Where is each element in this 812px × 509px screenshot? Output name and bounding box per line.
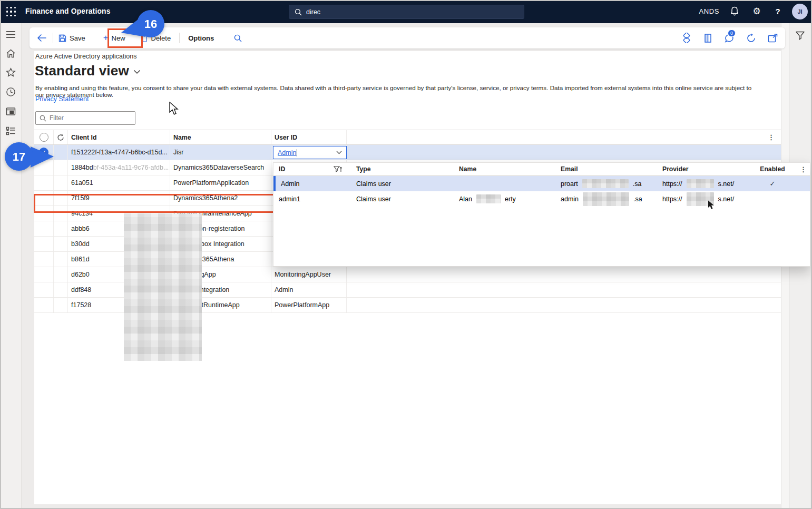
user-id-cell[interactable]: Admin	[271, 282, 347, 297]
lookup-column-provider[interactable]: Provider	[657, 165, 749, 173]
row-select-checkbox[interactable]	[34, 206, 54, 221]
save-button[interactable]: Save	[53, 27, 91, 48]
callout-step-17: 17	[3, 141, 56, 174]
row-refresh-cell	[54, 221, 68, 236]
filter-input[interactable]	[50, 114, 129, 122]
global-search-input[interactable]	[306, 8, 506, 16]
user-avatar[interactable]: JI	[792, 4, 808, 19]
row-select-checkbox[interactable]	[34, 221, 54, 236]
name-cell[interactable]: Dynamics365DataverseSearch	[170, 160, 271, 175]
favorites-star-icon[interactable]	[6, 67, 16, 77]
task-guide-icon[interactable]	[703, 33, 712, 43]
refresh-grid-icon[interactable]	[54, 130, 68, 144]
lookup-provider-cell[interactable]: https://s.net/	[657, 192, 749, 206]
client-id-cell[interactable]: 1884bdbf-453a-4a11-9c76-afdb...	[68, 160, 170, 175]
table-row-selected[interactable]: ✓ f151222f-f13a-4747-b6bc-d15d... Jisr A…	[34, 145, 781, 160]
row-refresh-cell	[54, 267, 68, 282]
lookup-column-email[interactable]: Email	[555, 165, 657, 173]
lookup-provider-cell[interactable]: https://s.net/	[657, 179, 749, 188]
lookup-email-cell[interactable]: proart.sa	[555, 179, 657, 188]
name-cell[interactable]: PowerPlatformApplication	[170, 175, 271, 190]
row-select-checkbox[interactable]	[34, 267, 54, 282]
row-refresh-cell	[54, 175, 68, 190]
lookup-column-id[interactable]: ID	[273, 165, 351, 173]
back-button[interactable]	[30, 27, 53, 48]
row-select-checkbox[interactable]	[34, 191, 54, 205]
home-icon[interactable]	[6, 48, 16, 58]
power-apps-icon[interactable]	[681, 33, 692, 43]
redacted-client-ids	[124, 213, 202, 361]
lookup-name-cell[interactable]: Alanerty	[454, 194, 555, 203]
page-content: Azure Active Directory applications Stan…	[34, 51, 781, 504]
options-button[interactable]: Options	[183, 27, 219, 48]
name-cell[interactable]: Dynamics365Athena2	[170, 191, 271, 205]
lookup-id-cell[interactable]: admin1	[273, 195, 351, 203]
lookup-row-selected[interactable]: AdminClaims userproart.sahttps://s.net/✓	[273, 176, 810, 191]
name-cell[interactable]: Jisr	[170, 145, 271, 160]
page-caption: Azure Active Directory applications	[35, 53, 136, 60]
callout-16-number: 16	[144, 17, 157, 31]
save-label: Save	[70, 34, 85, 42]
view-title-label: Standard view	[35, 63, 129, 79]
toolbar-search-button[interactable]	[229, 27, 247, 48]
row-select-checkbox[interactable]	[34, 298, 54, 312]
search-icon	[234, 34, 242, 42]
client-id-cell[interactable]: f151222f-f13a-4747-b6bc-d15d...	[68, 145, 170, 160]
options-label: Options	[188, 34, 214, 42]
row-refresh-cell	[54, 206, 68, 221]
lookup-enabled-cell[interactable]: ✓	[749, 180, 796, 188]
help-icon[interactable]: ?	[772, 6, 784, 17]
filter-funnel-icon[interactable]	[795, 31, 805, 43]
filter-box[interactable]	[35, 111, 135, 125]
lookup-options-kebab-icon[interactable]: ⋮	[800, 165, 807, 173]
hamburger-menu-icon[interactable]	[6, 30, 16, 40]
app-window: Finance and Operations ANDS ⚙ ? JI	[0, 0, 812, 509]
lookup-type-cell[interactable]: Claims user	[351, 180, 454, 188]
lookup-type-cell[interactable]: Claims user	[351, 195, 454, 203]
privacy-statement-link[interactable]: Privacy Statement	[35, 95, 89, 103]
redacted-text	[687, 179, 714, 188]
app-title: Finance and Operations	[25, 7, 111, 15]
row-refresh-cell	[54, 298, 68, 312]
column-header-name[interactable]: Name	[170, 130, 271, 144]
global-search[interactable]	[289, 5, 524, 19]
row-select-checkbox[interactable]	[34, 175, 54, 190]
lookup-column-type[interactable]: Type	[351, 165, 454, 173]
redacted-text	[582, 179, 629, 188]
workspaces-icon[interactable]	[6, 106, 16, 116]
lookup-column-name[interactable]: Name	[454, 165, 555, 173]
waffle-menu-icon[interactable]	[6, 7, 16, 17]
column-header-user-id[interactable]: User ID	[271, 130, 347, 144]
row-filler	[347, 298, 781, 312]
client-id-cell[interactable]: 7f15f9	[68, 191, 170, 205]
messages-icon[interactable]: 0	[724, 33, 735, 43]
recent-clock-icon[interactable]	[6, 87, 16, 97]
notifications-bell-icon[interactable]	[729, 6, 740, 17]
user-id-cell[interactable]: MonitoringAppUser	[271, 267, 347, 282]
open-in-new-window-icon[interactable]	[768, 34, 778, 43]
column-header-client-id[interactable]: Client Id	[68, 130, 170, 144]
lookup-rows: AdminClaims userproart.sahttps://s.net/✓…	[273, 176, 810, 207]
lookup-id-cell[interactable]: Admin	[276, 180, 351, 188]
lookup-header-row: ID Type Name Email Provider Enabled ⋮	[273, 163, 810, 176]
user-id-cell[interactable]: PowerPlatformApp	[271, 298, 347, 312]
lookup-column-enabled[interactable]: Enabled	[749, 165, 796, 173]
chevron-down-icon	[133, 70, 141, 74]
plus-icon: +	[103, 33, 109, 43]
lookup-row[interactable]: admin1Claims userAlanertyadmin.sahttps:/…	[273, 191, 810, 207]
refresh-icon[interactable]	[746, 33, 756, 43]
lookup-email-cell[interactable]: admin.sa	[555, 192, 657, 206]
modules-list-icon[interactable]	[6, 126, 16, 136]
row-refresh-cell	[54, 145, 68, 160]
settings-gear-icon[interactable]: ⚙	[751, 6, 762, 17]
row-select-checkbox[interactable]	[34, 237, 54, 251]
user-id-combobox[interactable]: Admin	[273, 146, 347, 159]
row-select-checkbox[interactable]	[34, 282, 54, 297]
row-filler	[347, 267, 781, 282]
view-selector[interactable]: Standard view	[35, 63, 141, 79]
row-select-checkbox[interactable]	[34, 252, 54, 267]
redacted-text	[687, 192, 714, 206]
environment-name: ANDS	[699, 7, 719, 15]
grid-options-kebab-icon[interactable]: ⋮	[768, 133, 775, 141]
client-id-cell[interactable]: 61a051	[68, 175, 170, 190]
